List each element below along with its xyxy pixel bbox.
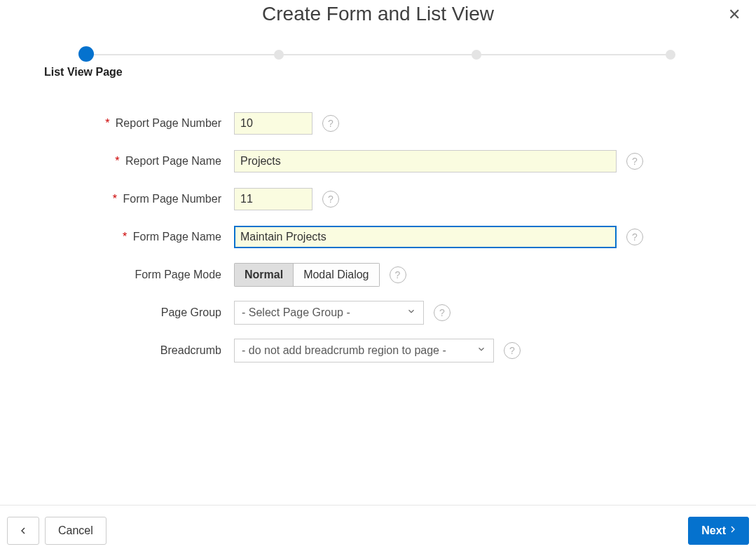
label-report-page-name: * Report Page Name — [0, 155, 234, 168]
help-icon[interactable]: ? — [504, 342, 521, 359]
row-form-page-number: * Form Page Number ? — [0, 185, 756, 213]
row-report-page-number: * Report Page Number ? — [0, 109, 756, 137]
row-breadcrumb: Breadcrumb - do not add breadcrumb regio… — [0, 337, 756, 365]
page-group-select[interactable]: - Select Page Group - — [234, 301, 424, 325]
row-form-page-mode: Form Page Mode Normal Modal Dialog ? — [0, 261, 756, 289]
form-body: * Report Page Number ? * Report Page Nam… — [0, 109, 756, 365]
help-icon[interactable]: ? — [626, 153, 643, 170]
label-form-page-mode-text: Form Page Mode — [135, 269, 221, 280]
form-page-mode-toggle: Normal Modal Dialog — [234, 263, 380, 287]
chevron-left-icon — [18, 525, 29, 536]
help-icon[interactable]: ? — [434, 304, 451, 321]
required-star: * — [113, 193, 117, 205]
wizard-step-4-dot — [666, 50, 675, 60]
wizard-step-3-dot — [472, 50, 481, 60]
chevron-right-icon — [727, 524, 738, 538]
label-form-page-name-text: Form Page Name — [133, 231, 221, 243]
label-report-page-number-text: Report Page Number — [116, 117, 221, 129]
label-form-page-number-text: Form Page Number — [123, 193, 222, 205]
form-page-name-input[interactable] — [234, 226, 617, 248]
breadcrumb-selected: - do not add breadcrumb region to page - — [242, 344, 446, 357]
page-group-selected: - Select Page Group - — [242, 306, 350, 319]
cancel-button[interactable]: Cancel — [45, 517, 106, 545]
label-form-page-number: * Form Page Number — [0, 193, 234, 205]
dialog-footer: Cancel Next — [0, 505, 756, 556]
row-page-group: Page Group - Select Page Group - ? — [0, 299, 756, 327]
help-icon[interactable]: ? — [322, 191, 339, 208]
label-page-group-text: Page Group — [161, 306, 221, 318]
form-page-number-input[interactable] — [234, 188, 312, 210]
wizard-step-2-dot — [274, 50, 284, 60]
row-form-page-name: * Form Page Name ? — [0, 223, 756, 251]
label-breadcrumb: Breadcrumb — [0, 344, 234, 357]
wizard-step-1-label: List View Page — [44, 66, 123, 79]
form-page-mode-modal[interactable]: Modal Dialog — [294, 263, 379, 287]
dialog-title: Create Form and List View — [0, 0, 756, 25]
required-star: * — [115, 155, 119, 167]
label-form-page-name: * Form Page Name — [0, 231, 234, 243]
label-report-page-number: * Report Page Number — [0, 117, 234, 130]
help-icon[interactable]: ? — [390, 266, 406, 283]
label-breadcrumb-text: Breadcrumb — [160, 344, 221, 356]
next-button[interactable]: Next — [688, 517, 749, 545]
breadcrumb-select[interactable]: - do not add breadcrumb region to page - — [234, 339, 494, 362]
form-page-mode-normal[interactable]: Normal — [234, 263, 294, 287]
label-report-page-name-text: Report Page Name — [125, 155, 221, 167]
next-button-label: Next — [701, 524, 726, 537]
wizard-line — [81, 54, 675, 55]
required-star: * — [105, 117, 109, 129]
required-star: * — [123, 231, 127, 243]
report-page-number-input[interactable] — [234, 112, 312, 135]
chevron-down-icon — [406, 306, 416, 319]
help-icon[interactable]: ? — [626, 229, 643, 245]
label-page-group: Page Group — [0, 306, 234, 319]
wizard-step-1-dot[interactable] — [78, 46, 94, 62]
row-report-page-name: * Report Page Name ? — [0, 147, 756, 175]
report-page-name-input[interactable] — [234, 150, 617, 172]
help-icon[interactable]: ? — [322, 115, 339, 132]
close-icon[interactable]: ✕ — [728, 7, 741, 22]
back-button[interactable] — [7, 517, 39, 545]
chevron-down-icon — [476, 344, 486, 357]
label-form-page-mode: Form Page Mode — [0, 269, 234, 281]
wizard-progress: List View Page — [81, 49, 675, 91]
